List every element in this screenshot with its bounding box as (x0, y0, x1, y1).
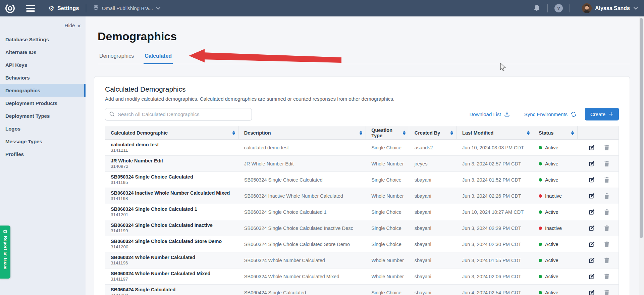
menu-icon[interactable] (26, 5, 35, 12)
cell-last-modified: Jun 3, 2024 02:29 PM CDT (457, 220, 533, 236)
delete-button[interactable] (604, 290, 609, 295)
sidebar-item-behaviors[interactable]: Behaviors (0, 71, 86, 84)
sidebar-item-deployment-types[interactable]: Deployment Types (0, 109, 86, 122)
delete-button[interactable] (604, 257, 609, 263)
bell-icon (533, 4, 541, 12)
sidebar-item-database-settings[interactable]: Database Settings (0, 33, 86, 46)
status-label: Inactive (545, 226, 562, 231)
edit-button[interactable] (589, 257, 595, 263)
app-logo-icon[interactable] (5, 3, 15, 14)
notifications-button[interactable] (533, 4, 541, 12)
edit-button[interactable] (589, 145, 595, 151)
delete-button[interactable] (604, 274, 609, 280)
demographic-id: 3141197 (111, 277, 128, 282)
edit-button[interactable] (589, 290, 595, 295)
edit-button[interactable] (589, 225, 595, 231)
help-button[interactable]: ? (554, 4, 563, 12)
cell-calculated-demographic: SB060324 Whole Number Calculated 3141196 (105, 252, 239, 268)
table-body: calculated demo test 3141211 calculated … (105, 140, 619, 295)
scrollbar-thumb[interactable] (640, 18, 643, 238)
tab-calculated[interactable]: Calculated (144, 51, 173, 64)
download-list-button[interactable]: Download List (470, 111, 510, 117)
delete-button[interactable] (604, 225, 609, 231)
create-button[interactable]: Create (585, 108, 619, 120)
settings-menu[interactable]: ⚙ Settings (48, 5, 79, 12)
status-dot (539, 178, 542, 182)
status-dot (539, 243, 542, 246)
delete-button[interactable] (604, 241, 609, 247)
demographic-id: 3141200 (111, 244, 128, 250)
edit-button[interactable] (589, 241, 595, 247)
hide-sidebar-button[interactable]: Hide « (0, 20, 86, 33)
user-menu[interactable]: Alyssa Sands (582, 3, 638, 13)
delete-button[interactable] (604, 193, 609, 199)
demographic-name: SB060324 Inactive Whole Number Calculate… (111, 190, 230, 196)
cell-status: Active (533, 268, 578, 284)
report-an-issue-button[interactable]: Report an Issue (0, 226, 10, 279)
tab-demographics[interactable]: Demographics (98, 51, 135, 64)
cell-last-modified: Jun 10, 2024 10:27 AM CDT (457, 204, 533, 220)
cell-created-by: asands2 (409, 140, 457, 155)
chevron-down-icon (633, 7, 638, 10)
cell-created-by: jreyes (409, 156, 457, 171)
delete-button[interactable] (604, 145, 609, 151)
cell-actions (578, 236, 619, 252)
delete-button[interactable] (604, 209, 609, 215)
delete-button[interactable] (604, 161, 609, 167)
delete-button[interactable] (604, 177, 609, 183)
hide-label: Hide (65, 22, 75, 28)
cell-last-modified: Jun 3, 2024 01:52 PM CDT (457, 172, 533, 188)
edit-button[interactable] (589, 209, 595, 215)
cell-description: calculated demo test (239, 140, 366, 155)
cell-created-by: sbayani (409, 285, 457, 295)
edit-pencil-icon (589, 241, 595, 247)
column-header-question-type[interactable]: Question Type (366, 126, 409, 139)
edit-button[interactable] (589, 274, 595, 280)
column-header-calculated-demographic[interactable]: Calculated Demographic (105, 126, 239, 139)
demographic-id: 3141199 (111, 228, 128, 234)
status-label: Active (545, 209, 558, 215)
cell-actions (578, 140, 619, 155)
sync-environments-button[interactable]: Sync Environments (524, 111, 577, 117)
cell-description: SB060324 Whole Number Calculated (239, 252, 366, 268)
database-selector-dropdown[interactable]: Omail Publishing Bra... (93, 5, 161, 12)
sidebar-item-api-keys[interactable]: API Keys (0, 58, 86, 71)
column-header-created-by[interactable]: Created By (409, 126, 457, 139)
sidebar-item-profiles[interactable]: Profiles (0, 148, 86, 160)
sidebar-item-alternate-ids[interactable]: Alternate IDs (0, 46, 86, 58)
column-header-status[interactable]: Status (533, 126, 578, 139)
status-label: Active (545, 161, 558, 166)
demographic-id: 3141201 (111, 212, 128, 218)
cell-status: Inactive (533, 220, 578, 236)
sort-icon (403, 131, 406, 135)
cell-question-type: Single Choice (366, 285, 409, 295)
sidebar-item-deployment-products[interactable]: Deployment Products (0, 97, 86, 109)
column-header-description[interactable]: Description (239, 126, 366, 139)
question-mark-icon: ? (554, 4, 563, 12)
edit-button[interactable] (589, 193, 595, 199)
status-label: Active (545, 145, 558, 150)
column-header-last-modified[interactable]: Last Modified (457, 126, 533, 139)
edit-button[interactable] (589, 161, 595, 167)
table-row: SB060424 Single Calculated 3141204 SB060… (105, 285, 619, 295)
edit-pencil-icon (589, 177, 595, 183)
cell-last-modified: Jun 3, 2024 01:55 PM CDT (457, 252, 533, 268)
cell-last-modified: Jun 3, 2024 02:26 PM CDT (457, 188, 533, 204)
sidebar-nav-list: Database SettingsAlternate IDsAPI KeysBe… (0, 33, 86, 160)
search-input[interactable] (118, 111, 248, 117)
cell-question-type: Single Choice (366, 204, 409, 220)
edit-button[interactable] (589, 177, 595, 183)
sidebar-item-logos[interactable]: Logos (0, 122, 86, 135)
table-row: calculated demo test 3141211 calculated … (105, 140, 619, 156)
edit-pencil-icon (589, 290, 595, 295)
card-title: Calculated Demographics (105, 85, 619, 93)
status-label: Active (545, 290, 558, 295)
cell-calculated-demographic: SB060424 Single Calculated 3141204 (105, 285, 239, 295)
table-header-row: Calculated Demographic Description Quest… (105, 126, 619, 140)
trash-icon (604, 177, 609, 183)
status-dot (539, 227, 542, 230)
main-content: Demographics Demographics Calculated Cal… (86, 16, 644, 295)
sidebar-item-demographics[interactable]: Demographics (0, 84, 86, 97)
sidebar-item-message-types[interactable]: Message Types (0, 135, 86, 148)
calculated-demographics-card: Calculated Demographics Add and modify c… (94, 76, 630, 295)
